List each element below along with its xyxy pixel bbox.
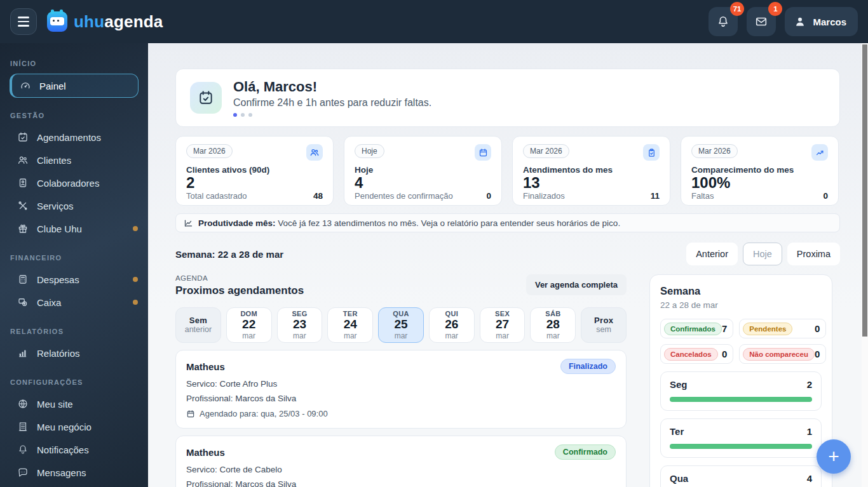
globe-icon [17,398,29,410]
stat-title: Comparecimento do mes [691,165,828,175]
day-pill-qua-25-selected[interactable]: QUA 25 mar [378,307,424,343]
nao-compareceu-pill: Não compareceu [743,348,815,361]
carousel-dots[interactable] [233,113,431,117]
sidebar-nav: INÍCIO Painel GESTÃO Agendamentos Client… [0,43,148,487]
user-icon [794,15,806,28]
stat-card-comparecimento[interactable]: Mar 2026 Comparecimento do mes 100% Falt… [681,136,839,206]
week-range-title: Semana: 22 a 28 de mar [175,249,283,260]
client-name: Matheus [186,447,225,458]
sidebar-item-despesas[interactable]: Despesas [0,268,148,291]
professional-line: Profissional: Marcos da Silva [186,479,616,487]
stat-nao-compareceu: Não compareceu 0 [739,344,826,364]
main-content: Olá, Marcos! Confirme 24h e 1h antes par… [148,43,862,487]
stat-footer-label: Finalizados [523,191,565,201]
day-progress-qua: Qua 4 [660,465,822,487]
professional-line: Profissional: Marcos da Silva [186,394,616,403]
sidebar-item-caixa[interactable]: Caixa [0,291,148,314]
confirmados-pill: Confirmados [664,323,722,335]
envelope-icon [754,15,768,29]
client-name: Matheus [186,361,225,372]
notifications-button[interactable]: 71 [709,7,738,36]
sidebar-item-colaboradores[interactable]: Colaboradores [0,171,148,194]
sidebar-item-mensagens[interactable]: Mensagens [0,461,148,484]
scrollbar-thumb[interactable] [862,44,867,337]
day-selector: Sem anterior DOM 22 mar SEG 23 mar TER 2… [175,307,627,343]
brand-secondary: agenda [104,12,163,31]
day-pill-sex-27[interactable]: SEX 27 mar [480,307,526,343]
stat-card-clientes-ativos[interactable]: Mar 2026 Clientes ativos (90d) 2 Total c… [175,136,334,206]
bell-icon [716,15,730,29]
calendar-icon [475,144,491,161]
day-pill-prev-week[interactable]: Sem anterior [175,307,221,343]
next-week-button[interactable]: Proxima [787,243,840,265]
stat-pendentes: Pendentes 0 [739,319,826,338]
progress-bar [670,444,812,449]
period-badge: Hoje [355,144,384,158]
day-progress-ter: Ter 1 [660,418,822,458]
service-line: Servico: Corte Afro Plus [186,379,616,389]
sidebar-item-label: Notificações [37,444,89,455]
day-pill-sab-28[interactable]: SÁB 28 mar [530,307,576,343]
view-full-agenda-button[interactable]: Ver agenda completa [526,274,627,295]
user-menu-button[interactable]: Marcos [785,7,858,36]
progress-bar [670,397,812,402]
stat-footer-value: 11 [651,191,660,201]
today-button[interactable]: Hoje [743,243,782,265]
stat-cards-row: Mar 2026 Clientes ativos (90d) 2 Total c… [175,136,840,206]
app-brand: uhuagenda [74,12,163,32]
people-icon [17,154,29,166]
notification-dot [133,226,138,231]
sidebar-item-meu-site[interactable]: Meu site [0,392,148,415]
day-pill-ter-24[interactable]: TER 24 mar [327,307,373,343]
week-summary-panel: Semana 22 a 28 de mar Confirmados 7 Pend… [649,274,832,487]
calendar-small-icon [186,410,195,418]
sidebar-item-servicos[interactable]: Serviços [0,194,148,217]
sidebar-item-label: Despesas [37,274,79,285]
sidebar-item-label: Meu site [37,399,73,410]
sidebar-item-label: Clientes [37,155,71,166]
stat-title: Atendimentos do mes [523,165,660,175]
sidebar-item-label: Serviços [37,201,74,211]
day-pill-next-week[interactable]: Prox sem [581,307,627,343]
sidebar-item-label: Clube Uhu [37,223,82,234]
sidebar-item-clientes[interactable]: Clientes [0,149,148,171]
period-badge: Mar 2026 [523,144,569,158]
stat-card-hoje[interactable]: Hoje Hoje 4 Pendentes de confirmação0 [344,136,502,206]
day-pill-seg-23[interactable]: SEG 23 mar [277,307,323,343]
messages-button[interactable]: 1 [747,7,776,36]
sidebar-item-clube-uhu[interactable]: Clube Uhu [0,217,148,240]
messages-badge: 1 [768,2,782,16]
sidebar-item-label: Relatórios [37,348,80,359]
sidebar-item-relatorios[interactable]: Relatórios [0,342,148,364]
agenda-kicker: AGENDA [175,274,304,282]
add-appointment-fab[interactable]: + [817,439,851,474]
period-badge: Mar 2026 [691,144,738,158]
appointment-card[interactable]: Matheus Finalizado Servico: Corte Afro P… [175,350,627,429]
day-pill-qui-26[interactable]: QUI 26 mar [429,307,475,343]
sidebar-item-agendamentos[interactable]: Agendamentos [0,126,148,149]
day-pill-dom-22[interactable]: DOM 22 mar [226,307,272,343]
panel-subtitle: 22 a 28 de mar [660,300,822,310]
stat-value: 4 [355,175,491,191]
sidebar-item-meu-negocio[interactable]: Meu negócio [0,415,148,438]
sidebar-item-notificacoes[interactable]: Notificações [0,438,148,461]
stat-title: Clientes ativos (90d) [186,165,323,175]
bell-outline-icon [17,444,29,455]
menu-toggle-button[interactable] [10,8,37,35]
bar-chart-icon [17,347,29,359]
scheduled-time: Agendado para: qua, 25/03 - 09:00 [200,409,328,418]
stat-footer-value: 0 [486,191,491,201]
confirmados-count: 7 [722,323,727,334]
sidebar-item-label: Colaboradores [37,178,99,189]
app-logo-icon [47,11,67,32]
page-scrollbar[interactable] [862,43,868,487]
trend-icon [811,144,828,161]
sidebar-item-label: Caixa [37,297,61,308]
cancelados-pill: Cancelados [664,348,718,361]
sidebar-item-painel[interactable]: Painel [10,74,139,98]
pendentes-pill: Pendentes [743,323,792,335]
appointment-card[interactable]: Matheus Confirmado Servico: Corte de Cab… [175,436,627,487]
previous-week-button[interactable]: Anterior [686,243,738,265]
stat-card-atendimentos[interactable]: Mar 2026 Atendimentos do mes 13 Finaliza… [512,136,670,206]
cash-register-icon [17,297,29,308]
